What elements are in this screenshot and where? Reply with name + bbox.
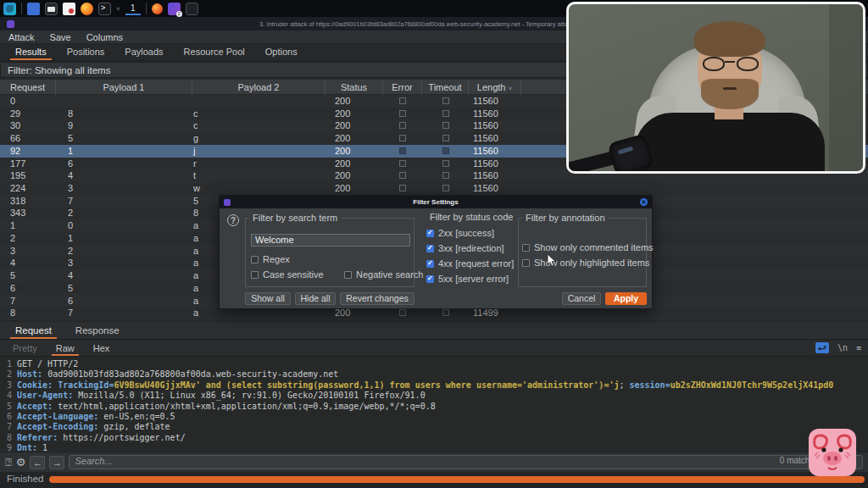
chevron-down-icon[interactable]: ˅ bbox=[116, 5, 120, 13]
filter-status-group: Filter by status code 2xx [success] 3xx … bbox=[423, 218, 516, 313]
dialog-titlebar[interactable]: Filter Settings ✕ bbox=[220, 196, 652, 208]
cell-payload1: 5 bbox=[68, 132, 186, 145]
firefox-task-icon[interactable] bbox=[152, 3, 163, 14]
gear-icon[interactable]: ⚙ bbox=[16, 456, 26, 469]
cell-request: 3 bbox=[10, 245, 53, 258]
status-group-label: Filter by status code bbox=[426, 212, 516, 222]
dialog-help-icon[interactable]: ? bbox=[227, 214, 239, 226]
file-manager-icon[interactable] bbox=[45, 3, 58, 15]
cell-payload1 bbox=[68, 95, 186, 108]
app-launcher-icon[interactable] bbox=[3, 3, 16, 15]
request-editor[interactable]: 1GET / HTTP/22Host: 0ad9001b03fd83ad802a… bbox=[0, 357, 868, 452]
column-header-error[interactable]: Error bbox=[383, 80, 422, 95]
regex-checkbox[interactable]: Regex bbox=[251, 254, 290, 264]
search-term-input[interactable]: Welcome bbox=[251, 234, 410, 247]
checkbox-checked-icon bbox=[426, 230, 434, 237]
code-segment-plain: ; bbox=[619, 380, 629, 390]
tab-resource-pool[interactable]: Resource Pool bbox=[174, 44, 255, 60]
terminal-icon[interactable] bbox=[98, 3, 111, 15]
cell-request: 92 bbox=[10, 145, 53, 158]
cell-status: 200 bbox=[335, 108, 377, 120]
filter-settings-dialog: Filter Settings ✕ ? Filter by search ter… bbox=[219, 195, 653, 309]
menu-item-save[interactable]: Save bbox=[50, 32, 71, 42]
request-line: 6Accept-Language: en-US,en;q=0.5 bbox=[0, 412, 868, 422]
revert-changes-button[interactable]: Revert changes bbox=[340, 292, 415, 305]
tab-options[interactable]: Options bbox=[255, 44, 308, 60]
search-prev-button[interactable]: ← bbox=[30, 456, 45, 469]
column-header-payload2[interactable]: Payload 2 bbox=[192, 80, 326, 95]
status-2xx-checkbox[interactable]: 2xx [success] bbox=[426, 228, 494, 238]
desktop-icon[interactable] bbox=[27, 3, 40, 15]
code-segment-plain: en-US,en;q=0.5 bbox=[98, 412, 175, 421]
error-checkbox bbox=[399, 122, 406, 129]
hide-all-button[interactable]: Hide all bbox=[295, 292, 336, 305]
firefox-icon[interactable] bbox=[81, 3, 93, 15]
tab-request[interactable]: Request bbox=[3, 323, 64, 339]
column-header-payload1[interactable]: Payload 1 bbox=[56, 80, 192, 95]
code-segment-name: Cookie: bbox=[17, 380, 53, 390]
commented-items-checkbox[interactable]: Show only commented items bbox=[522, 242, 654, 252]
tab-results[interactable]: Results bbox=[5, 44, 57, 60]
negative-search-checkbox[interactable]: Negative search bbox=[344, 269, 424, 280]
person-hair bbox=[694, 21, 765, 57]
cell-length: 11560 bbox=[473, 158, 520, 170]
column-header-request[interactable]: Request bbox=[0, 80, 56, 95]
line-number: 8 bbox=[0, 433, 12, 443]
cell-length: 11560 bbox=[473, 182, 520, 195]
search-input[interactable]: Search... bbox=[69, 455, 863, 469]
filter-bar-text: Filter: Showing all items bbox=[8, 65, 110, 75]
viewer-toolbar: ⮐ \n ≡ bbox=[815, 342, 861, 353]
request-line: 5Accept: text/html,application/xhtml+xml… bbox=[0, 402, 868, 412]
status-5xx-checkbox[interactable]: 5xx [server error] bbox=[426, 274, 509, 284]
line-number: 5 bbox=[0, 402, 12, 412]
cell-status: 200 bbox=[335, 169, 377, 182]
burp-intruder-window: ˅ 1 3. Intruder attack of https://0ad900… bbox=[0, 0, 868, 488]
timeout-checkbox bbox=[442, 122, 449, 129]
code-segment-name: Host: bbox=[17, 369, 42, 379]
close-icon[interactable]: ✕ bbox=[640, 198, 648, 206]
status-4xx-checkbox[interactable]: 4xx [request error] bbox=[426, 258, 514, 269]
code-segment-name: User-Agent: bbox=[17, 391, 73, 400]
highlighted-items-checkbox[interactable]: Show only highlighted items bbox=[522, 258, 649, 268]
window-task-icon[interactable] bbox=[186, 3, 198, 15]
workspace-indicator[interactable]: 1 bbox=[125, 2, 141, 15]
cell-request: 8 bbox=[10, 307, 53, 319]
cell-payload2: j bbox=[193, 145, 320, 158]
show-all-button[interactable]: Show all bbox=[245, 292, 291, 305]
status-3xx-checkbox[interactable]: 3xx [redirection] bbox=[426, 243, 504, 253]
tab-payloads[interactable]: Payloads bbox=[114, 44, 173, 60]
person-beard bbox=[701, 79, 759, 109]
search-next-button[interactable]: → bbox=[49, 456, 64, 469]
tab-positions[interactable]: Positions bbox=[57, 44, 115, 60]
pig-logo bbox=[808, 428, 857, 477]
table-row[interactable]: 2243w20011560 bbox=[0, 182, 868, 195]
code-segment-plain: https://portswigger.net/ bbox=[58, 433, 186, 442]
tab-raw[interactable]: Raw bbox=[47, 341, 84, 356]
document-icon[interactable] bbox=[63, 3, 75, 15]
column-label: Request bbox=[0, 80, 55, 95]
word-wrap-icon[interactable]: ⮐ bbox=[815, 342, 829, 353]
sort-caret-icon: ˅ bbox=[508, 85, 512, 92]
cancel-button[interactable]: Cancel bbox=[562, 292, 601, 305]
column-header-length[interactable]: Length˅ bbox=[469, 80, 521, 95]
code-segment-name: Accept: bbox=[17, 402, 53, 411]
apply-button[interactable]: Apply bbox=[605, 292, 647, 305]
error-checkbox bbox=[399, 172, 406, 179]
column-header-timeout[interactable]: Timeout bbox=[422, 80, 469, 95]
cell-length: 11560 bbox=[473, 95, 520, 108]
show-newlines-icon[interactable]: \n bbox=[837, 343, 848, 352]
cell-status: 200 bbox=[335, 119, 377, 132]
menu-item-columns[interactable]: Columns bbox=[86, 32, 123, 42]
menu-item-attack[interactable]: Attack bbox=[8, 32, 35, 42]
cell-request: 318 bbox=[10, 195, 53, 208]
code-segment-name: Accept-Encoding: bbox=[17, 422, 98, 431]
tab-hex[interactable]: Hex bbox=[84, 341, 120, 356]
tab-response[interactable]: Response bbox=[64, 323, 131, 339]
help-icon[interactable]: ⍰ bbox=[5, 456, 12, 469]
tab-pretty[interactable]: Pretty bbox=[3, 341, 47, 356]
column-header-status[interactable]: Status bbox=[326, 80, 383, 95]
viewer-menu-icon[interactable]: ≡ bbox=[856, 343, 861, 352]
burp-suite-task-icon[interactable] bbox=[168, 3, 181, 15]
case-sensitive-checkbox[interactable]: Case sensitive bbox=[251, 269, 324, 280]
cell-request: 224 bbox=[10, 182, 53, 195]
